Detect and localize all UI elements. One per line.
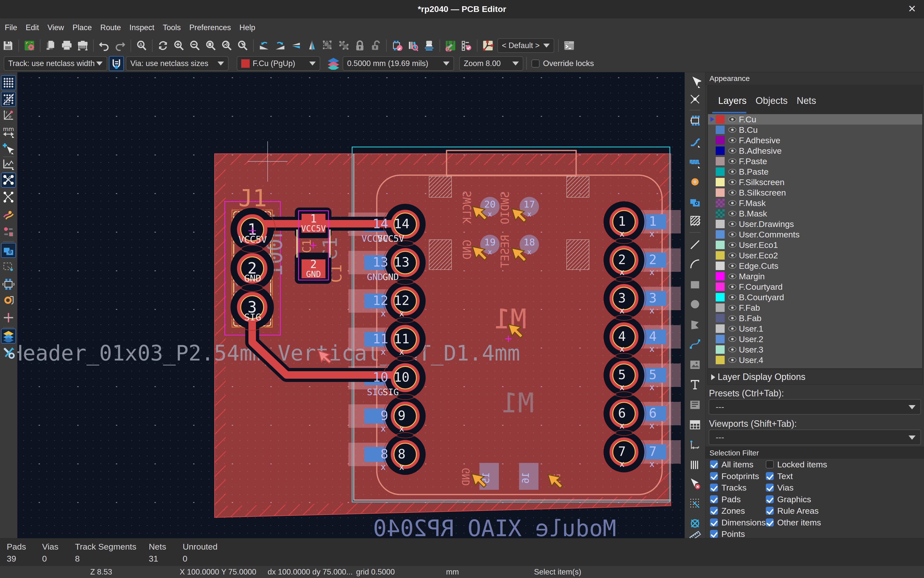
checkbox-icon[interactable] (710, 484, 718, 492)
layer-visibility-eye-icon[interactable] (728, 179, 736, 186)
add-dimension-button[interactable] (687, 437, 703, 452)
filter-graphics[interactable]: Graphics (766, 494, 811, 504)
layer-color-swatch[interactable] (716, 251, 725, 260)
draw-line-button[interactable] (687, 237, 703, 252)
override-locks-checkbox[interactable] (531, 60, 539, 68)
checkbox-icon[interactable] (710, 495, 718, 503)
save-button[interactable] (1, 38, 15, 53)
layer-row-f-paste[interactable]: F.Paste (708, 156, 922, 166)
ratsnest-hidden-button[interactable] (1, 156, 16, 171)
filter-text[interactable]: Text (766, 471, 792, 481)
print-button[interactable] (60, 38, 74, 53)
plot-button[interactable] (76, 38, 90, 53)
layer-color-swatch[interactable] (716, 115, 725, 123)
layer-display-options[interactable]: Layer Display Options (708, 369, 923, 385)
layer-color-swatch[interactable] (716, 199, 725, 207)
checkbox-icon[interactable] (710, 530, 718, 538)
layer-row-user-comments[interactable]: User.Comments (708, 229, 922, 240)
layers-manager-button[interactable] (1, 329, 16, 344)
draw-rectangle-button[interactable] (687, 277, 703, 292)
layer-visibility-eye-icon[interactable] (728, 283, 736, 291)
menu-help[interactable]: Help (235, 21, 260, 35)
layer-visibility-eye-icon[interactable] (728, 325, 736, 332)
layer-color-swatch[interactable] (716, 178, 725, 186)
checkbox-icon[interactable] (766, 507, 774, 515)
zoom-selection-button[interactable] (235, 38, 250, 53)
layer-visibility-eye-icon[interactable] (728, 220, 736, 228)
layer-row-edge-cuts[interactable]: Edge.Cuts (708, 261, 922, 271)
menu-preferences[interactable]: Preferences (185, 21, 235, 35)
pcb-canvas[interactable]: Header_01x03_P2.54mm_Vertical_THT_D1.4mm… (18, 72, 685, 538)
layer-row-f-silkscreen[interactable]: F.Silkscreen (708, 177, 922, 187)
curved-ratsnest-button[interactable] (1, 190, 16, 205)
add-table-button[interactable] (687, 417, 703, 432)
layer-visibility-eye-icon[interactable] (728, 335, 736, 343)
menu-inspect[interactable]: Inspect (125, 21, 159, 35)
layer-visibility-eye-icon[interactable] (728, 168, 736, 175)
layer-visibility-eye-icon[interactable] (728, 157, 736, 165)
zoom-in-button[interactable] (172, 38, 186, 53)
layer-visibility-eye-icon[interactable] (728, 304, 736, 312)
checkbox-icon[interactable] (766, 472, 774, 480)
layer-row-user-2[interactable]: User.2 (708, 334, 922, 344)
route-tracks-button[interactable] (687, 134, 703, 149)
add-via-button[interactable] (687, 174, 703, 189)
lock-button[interactable] (352, 38, 367, 53)
cursor-shape-button[interactable] (1, 141, 16, 156)
track-width-select[interactable]: Track: use netclass width (4, 56, 107, 71)
find-button[interactable]: A (134, 38, 149, 53)
viewports-select[interactable]: --- (709, 430, 921, 445)
layer-visibility-eye-icon[interactable] (728, 346, 736, 353)
footprint-browser-button[interactable] (406, 38, 421, 53)
layer-visibility-eye-icon[interactable] (728, 294, 736, 301)
zone-outline-button[interactable] (1, 259, 16, 274)
filter-locked-items[interactable]: Locked items (766, 459, 827, 469)
layer-visibility-eye-icon[interactable] (728, 115, 736, 123)
layer-visibility-eye-icon[interactable] (728, 126, 736, 133)
layer-row-b-fab[interactable]: B.Fab (708, 313, 922, 323)
layer-color-swatch[interactable] (716, 325, 725, 333)
checkbox-icon[interactable] (710, 460, 718, 468)
checkbox-icon[interactable] (710, 518, 718, 526)
layer-visibility-eye-icon[interactable] (728, 136, 736, 144)
grid-overrides-button[interactable] (1, 92, 16, 107)
undo-button[interactable] (97, 38, 111, 53)
interactive-delete-button[interactable] (687, 476, 703, 491)
layer-color-swatch[interactable] (716, 230, 725, 239)
menu-view[interactable]: View (43, 21, 68, 35)
zoom-out-button[interactable] (188, 38, 202, 53)
layer-row-b-mask[interactable]: B.Mask (708, 208, 922, 219)
pads-front-button[interactable] (1, 276, 16, 292)
preset-select[interactable]: < Default > (497, 38, 554, 53)
castellated-pad[interactable]: 16 (519, 463, 539, 490)
delete-tool-button[interactable] (687, 458, 703, 472)
layer-color-swatch[interactable] (716, 125, 725, 134)
layer-visibility-eye-icon[interactable] (728, 189, 736, 196)
layer-row-f-mask[interactable]: F.Mask (708, 198, 922, 208)
footprint-properties-button[interactable] (422, 38, 436, 53)
layer-row-user-1[interactable]: User.1 (708, 323, 922, 334)
flip-vertical-button[interactable] (289, 38, 303, 53)
refresh-button[interactable] (156, 38, 170, 53)
layer-color-swatch[interactable] (716, 345, 725, 354)
zone-filled-button[interactable] (1, 243, 16, 258)
layer-row-user-eco1[interactable]: User.Eco1 (708, 240, 922, 250)
layer-color-swatch[interactable] (716, 188, 725, 197)
layer-visibility-eye-icon[interactable] (728, 273, 736, 280)
layer-color-swatch[interactable] (716, 314, 725, 322)
ungroup-button[interactable] (337, 38, 351, 53)
layer-color-swatch[interactable] (716, 241, 725, 249)
page-settings-button[interactable] (44, 38, 58, 53)
unlock-button[interactable] (369, 38, 383, 53)
add-text-button[interactable] (687, 377, 703, 392)
layer-color-swatch[interactable] (716, 136, 725, 144)
board-setup-button[interactable] (22, 38, 37, 53)
layer-visibility-eye-icon[interactable] (728, 231, 736, 238)
layer-visibility-eye-icon[interactable] (728, 199, 736, 207)
layer-visibility-eye-icon[interactable] (728, 147, 736, 154)
footprint-editor-button[interactable] (390, 38, 404, 53)
grid-select[interactable]: 0.5000 mm (19.69 mils) (343, 56, 454, 71)
layer-color-swatch[interactable] (716, 356, 725, 364)
tab-layers[interactable]: Layers (718, 96, 747, 106)
zoom-objects-button[interactable] (219, 38, 234, 53)
